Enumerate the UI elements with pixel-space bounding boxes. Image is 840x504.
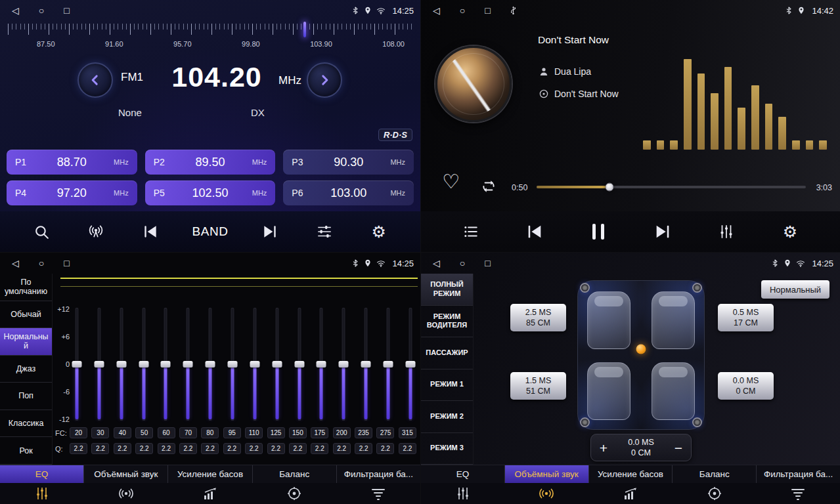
seek-scan-button[interactable] (28, 224, 55, 240)
speaker-front-left-icon[interactable] (580, 283, 590, 293)
slider-knob[interactable] (139, 361, 148, 368)
previous-track-button[interactable] (521, 222, 548, 241)
audio-tab[interactable]: Фильтрация ба... (337, 465, 420, 483)
tab-balance-button[interactable] (673, 483, 757, 504)
speaker-rear-right-icon[interactable] (692, 417, 702, 427)
tab-eq-button[interactable] (0, 483, 84, 504)
recents-icon[interactable]: □ (485, 5, 490, 16)
playlist-button[interactable] (458, 223, 484, 240)
slider-knob[interactable] (384, 361, 393, 368)
seek-bar[interactable] (537, 186, 806, 188)
delay-rear-right-button[interactable]: 0.0 MS 0 CM (718, 372, 774, 400)
recents-icon[interactable]: □ (64, 258, 69, 268)
next-station-button[interactable] (257, 223, 283, 240)
preset-button[interactable]: P5 102.50 MHz (145, 180, 276, 205)
slider-knob[interactable] (361, 361, 371, 368)
eq-preset-item[interactable]: Нормальный (0, 328, 52, 356)
eq-band-slider[interactable] (93, 308, 105, 421)
tab-balance-button[interactable] (252, 483, 336, 504)
listening-mode-item[interactable]: РЕЖИМ 1 (421, 369, 473, 402)
pause-button[interactable] (585, 224, 611, 240)
listening-position-dot[interactable] (636, 344, 646, 354)
slider-knob[interactable] (161, 361, 171, 368)
settings-button[interactable]: ⚙ (777, 224, 803, 240)
slider-knob[interactable] (339, 361, 349, 368)
auto-store-button[interactable] (83, 223, 109, 240)
recents-icon[interactable]: □ (485, 258, 490, 268)
home-icon[interactable]: ○ (39, 5, 44, 16)
back-icon[interactable]: ◁ (433, 258, 440, 268)
tab-filter-button[interactable] (756, 483, 840, 504)
eq-band-slider[interactable] (160, 308, 171, 421)
eq-band-slider[interactable] (338, 308, 349, 421)
audio-tab[interactable]: Баланс (673, 465, 757, 483)
progress-knob[interactable] (605, 183, 613, 192)
tab-surround-button[interactable] (505, 483, 589, 504)
eq-band-slider[interactable] (249, 308, 261, 421)
eq-preset-item[interactable]: Рок (0, 437, 52, 465)
repeat-button[interactable] (480, 178, 497, 198)
back-icon[interactable]: ◁ (12, 258, 19, 268)
tune-down-button[interactable] (77, 62, 113, 98)
band-button[interactable]: BAND (192, 224, 229, 239)
back-icon[interactable]: ◁ (12, 5, 19, 16)
audio-tab[interactable]: Объёмный звук (84, 465, 168, 483)
listening-mode-item[interactable]: РЕЖИМ ВОДИТЕЛЯ (421, 306, 473, 338)
favorite-button[interactable]: ♡ (442, 172, 460, 192)
slider-knob[interactable] (228, 361, 238, 368)
delay-rear-left-button[interactable]: 1.5 MS 51 CM (510, 372, 566, 400)
increase-delay-button[interactable]: + (591, 441, 616, 455)
eq-band-slider[interactable] (116, 308, 127, 421)
preset-button[interactable]: P1 88.70 MHz (7, 150, 137, 175)
tab-filter-button[interactable] (336, 483, 420, 504)
eq-band-slider[interactable] (382, 308, 394, 421)
eq-band-slider[interactable] (405, 308, 416, 421)
eq-band-slider[interactable] (315, 308, 327, 421)
listening-mode-item[interactable]: РЕЖИМ 3 (421, 433, 473, 465)
eq-preset-item[interactable]: По умолчанию (0, 274, 52, 301)
settings-button[interactable]: ⚙ (366, 224, 392, 240)
decrease-delay-button[interactable]: − (666, 441, 691, 455)
slider-knob[interactable] (405, 361, 415, 368)
home-icon[interactable]: ○ (39, 258, 44, 268)
slider-knob[interactable] (116, 361, 126, 368)
eq-band-slider[interactable] (227, 308, 238, 421)
preset-button[interactable]: P3 90.30 MHz (283, 150, 414, 175)
audio-tab[interactable]: Усиление басов (589, 465, 673, 483)
eq-preset-item[interactable]: Поп (0, 383, 52, 410)
eq-band-slider[interactable] (71, 308, 83, 421)
speaker-front-right-icon[interactable] (692, 283, 702, 293)
audio-tab[interactable]: Усиление басов (168, 465, 252, 483)
tuning-indicator[interactable] (303, 22, 306, 37)
slider-knob[interactable] (206, 361, 215, 368)
previous-station-button[interactable] (137, 223, 164, 240)
audio-tab[interactable]: Объёмный звук (505, 465, 589, 483)
eq-preset-item[interactable]: Классика (0, 410, 52, 438)
slider-knob[interactable] (250, 361, 259, 368)
equalizer-button[interactable] (713, 223, 740, 240)
preset-button[interactable]: P2 89.50 MHz (145, 150, 276, 175)
eq-band-slider[interactable] (360, 308, 372, 421)
soundfield-preset-button[interactable]: Нормальный (761, 280, 829, 299)
delay-front-left-button[interactable]: 2.5 MS 85 CM (510, 304, 566, 331)
slider-knob[interactable] (183, 361, 193, 368)
speaker-rear-left-icon[interactable] (580, 417, 590, 427)
slider-knob[interactable] (294, 361, 304, 368)
eq-band-slider[interactable] (271, 308, 283, 421)
home-icon[interactable]: ○ (460, 5, 465, 16)
recents-icon[interactable]: □ (64, 5, 69, 16)
next-track-button[interactable] (650, 222, 676, 241)
preset-button[interactable]: P6 103.00 MHz (283, 180, 414, 205)
audio-tab[interactable]: EQ (421, 465, 505, 483)
slider-knob[interactable] (94, 361, 104, 368)
listening-mode-item[interactable]: ПАССАЖИР (421, 337, 473, 369)
radio-settings-button[interactable] (311, 223, 338, 240)
tab-bass-button[interactable] (168, 483, 252, 504)
eq-preset-item[interactable]: Обычай (0, 301, 52, 329)
tab-eq-button[interactable] (421, 483, 505, 504)
eq-band-slider[interactable] (138, 308, 150, 421)
audio-tab[interactable]: EQ (0, 465, 84, 483)
listening-mode-item[interactable]: ПОЛНЫЙ РЕЖИМ (421, 274, 473, 306)
preset-button[interactable]: P4 97.20 MHz (7, 180, 137, 205)
home-icon[interactable]: ○ (460, 258, 465, 268)
